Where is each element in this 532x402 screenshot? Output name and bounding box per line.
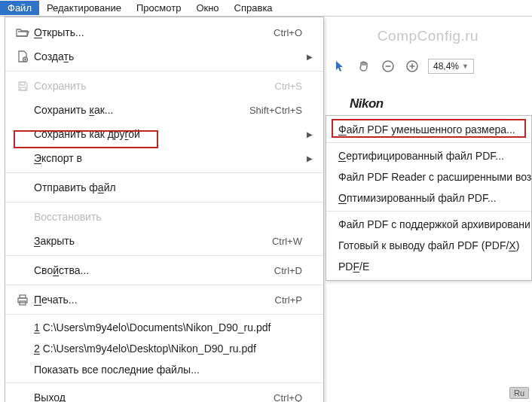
svg-rect-9	[20, 87, 26, 90]
document-brand: Nikon	[350, 96, 384, 111]
menu-item-open[interactable]: ООткрыть...ткрыть... Ctrl+O	[5, 20, 323, 44]
menu-item-recent-all[interactable]: Показать все последние файлы...	[5, 359, 323, 380]
menu-item-recent-1[interactable]: 1 C:\Users\m9y4elo\Documents\Nikon_D90_r…	[5, 317, 323, 338]
menu-item-exit[interactable]: Выход Ctrl+Q	[5, 385, 323, 402]
submenu-arrow-icon: ▶	[302, 53, 313, 61]
menu-item-properties[interactable]: Свойства... Ctrl+D	[5, 258, 323, 282]
menu-view[interactable]: Просмотр	[129, 1, 188, 15]
menu-separator	[5, 314, 323, 315]
menu-help[interactable]: Справка	[227, 1, 280, 15]
save-as-shortcut: Shift+Ctrl+S	[249, 105, 302, 116]
menu-separator	[5, 382, 323, 383]
menu-item-create[interactable]: Создать ▶	[5, 44, 323, 69]
menu-separator	[5, 255, 323, 256]
zoom-out-icon[interactable]	[380, 58, 396, 75]
menu-separator	[5, 71, 323, 72]
restore-label: Восстановить	[34, 211, 302, 223]
menu-separator	[326, 142, 531, 143]
language-badge: Ru	[509, 387, 529, 399]
recent-all-label: Показать все последние файлы...	[34, 364, 302, 376]
print-shortcut: Ctrl+P	[275, 294, 302, 306]
menu-file[interactable]: Файл	[0, 1, 39, 15]
zoom-in-icon[interactable]	[404, 58, 420, 75]
export-label: Экспорт в	[34, 152, 302, 164]
recent-1-label: 1 C:\Users\m9y4elo\Documents\Nikon_D90_r…	[34, 321, 302, 333]
folder-open-icon	[11, 27, 34, 38]
hand-icon[interactable]	[356, 58, 372, 75]
watermark-text: CompConfig.ru	[378, 28, 478, 44]
properties-label: Свойства...	[34, 264, 274, 276]
menu-separator	[326, 211, 531, 212]
save-shortcut: Ctrl+S	[275, 81, 302, 92]
exit-label: Выход	[34, 391, 274, 402]
properties-shortcut: Ctrl+D	[274, 265, 302, 276]
menu-item-recent-2[interactable]: 2 C:\Users\m9y4elo\Desktop\Nikon_D90_ru.…	[5, 338, 323, 359]
menu-window[interactable]: Окно	[188, 1, 226, 15]
menu-item-print[interactable]: Печать... Ctrl+P	[5, 288, 323, 312]
menu-item-export[interactable]: Экспорт в ▶	[5, 146, 323, 170]
arrow-cursor-icon[interactable]	[332, 58, 348, 75]
submenu-item-pdfe[interactable]: PDF/E	[326, 256, 531, 277]
menu-edit[interactable]: Редактирование	[39, 1, 129, 15]
save-label: Сохранить	[34, 80, 275, 92]
zoom-value: 48,4%	[433, 61, 459, 72]
tool-strip: 48,4% ▼	[332, 58, 474, 75]
menu-bar: Файл Редактирование Просмотр Окно Справк…	[0, 0, 532, 17]
zoom-level-select[interactable]: 48,4% ▼	[428, 59, 474, 74]
menu-item-close[interactable]: Закрыть Ctrl+W	[5, 229, 323, 253]
print-label: Печать...	[34, 294, 275, 306]
submenu-item-reader-pdf[interactable]: Файл PDF Reader с расширенными воз	[326, 166, 531, 187]
menu-separator	[5, 172, 323, 173]
toolbar-region: CompConfig.ru 48,4% ▼	[324, 17, 532, 92]
svg-rect-8	[20, 82, 25, 85]
recent-2-label: 2 C:\Users\m9y4elo\Desktop\Nikon_D90_ru.…	[34, 343, 302, 355]
menu-item-send[interactable]: Отправить файл	[5, 175, 323, 199]
create-label: Создать	[34, 50, 302, 62]
menu-item-restore: Восстановить	[5, 205, 323, 229]
submenu-item-printready-pdf[interactable]: Готовый к выводу файл PDF (PDF/X)	[326, 235, 531, 256]
close-label: Закрыть	[34, 235, 272, 247]
save-icon	[11, 81, 34, 92]
menu-separator	[5, 285, 323, 285]
printer-icon	[11, 294, 34, 306]
exit-shortcut: Ctrl+Q	[274, 392, 302, 403]
save-as-label: Сохранить как...	[34, 104, 249, 116]
save-as-other-submenu: Файл PDF уменьшенного размера... Сертифи…	[326, 115, 532, 281]
menu-item-save-as-other[interactable]: Сохранить как другой ▶	[5, 122, 323, 146]
submenu-item-reduced-pdf[interactable]: Файл PDF уменьшенного размера...	[326, 119, 531, 140]
submenu-item-certified-pdf[interactable]: Сертифицированный файл PDF...	[326, 145, 531, 166]
send-label: Отправить файл	[34, 181, 302, 193]
open-label: ООткрыть...ткрыть...	[34, 26, 274, 38]
open-shortcut: Ctrl+O	[274, 27, 302, 38]
submenu-arrow-icon: ▶	[302, 154, 313, 163]
close-shortcut: Ctrl+W	[272, 236, 302, 247]
submenu-item-archive-pdf[interactable]: Файл PDF с поддержкой архивировани	[326, 214, 531, 235]
file-menu-dropdown: ООткрыть...ткрыть... Ctrl+O Создать ▶ Со…	[5, 17, 324, 402]
chevron-down-icon: ▼	[462, 62, 469, 70]
new-file-icon	[11, 50, 34, 62]
submenu-arrow-icon: ▶	[302, 130, 313, 139]
submenu-item-optimized-pdf[interactable]: Оптимизированный файл PDF...	[326, 187, 531, 209]
menu-item-save: Сохранить Ctrl+S	[5, 74, 323, 98]
save-as-other-label: Сохранить как другой	[34, 128, 302, 140]
menu-item-save-as[interactable]: Сохранить как... Shift+Ctrl+S	[5, 98, 323, 122]
menu-separator	[5, 202, 323, 203]
